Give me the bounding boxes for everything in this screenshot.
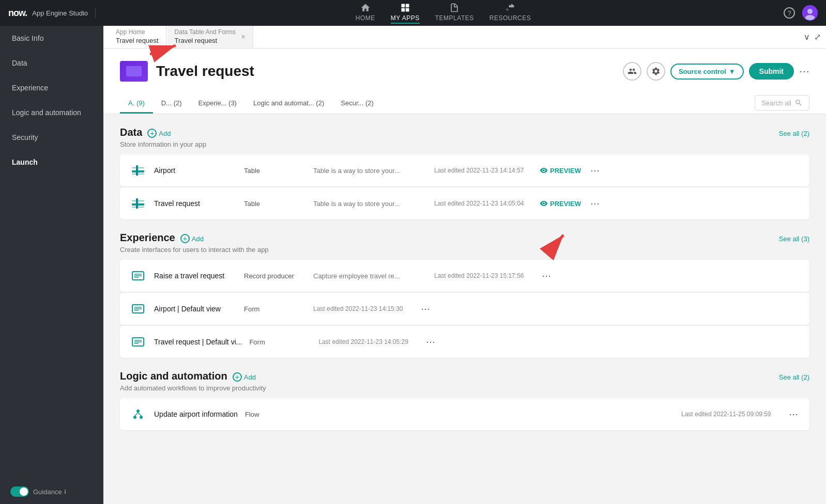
sidebar-item-experience[interactable]: Experience bbox=[0, 75, 103, 100]
raise-travel-type: Record producer bbox=[244, 272, 306, 280]
more-options-button[interactable]: ⋯ bbox=[799, 65, 809, 77]
experience-items-list: Raise a travel request Record producer C… bbox=[120, 260, 809, 358]
experience-section-title: Experience bbox=[120, 232, 175, 244]
tab-data-table-forms[interactable]: Data Table And Forms Travel request ✕ bbox=[167, 26, 254, 48]
sidebar-item-basic-info[interactable]: Basic Info bbox=[0, 26, 103, 51]
travel-form-more-button[interactable]: ⋯ bbox=[424, 336, 437, 348]
guidance-toggle[interactable] bbox=[10, 486, 29, 497]
settings-button[interactable] bbox=[647, 62, 665, 81]
top-navigation: now. App Engine Studio HOME MY APPS TEMP… bbox=[0, 0, 826, 26]
airport-item-type: Table bbox=[244, 167, 306, 175]
travel-form-type: Form bbox=[249, 338, 311, 346]
logic-automation-section: Logic and automation + Add See all (2) A… bbox=[120, 370, 809, 430]
sidebar-item-logic-automation[interactable]: Logic and automation bbox=[0, 100, 103, 125]
tab-expand-button[interactable]: ⤢ bbox=[814, 32, 821, 42]
experience-see-all[interactable]: See all (3) bbox=[779, 235, 809, 243]
section-tab-all[interactable]: A. (9) bbox=[120, 94, 153, 114]
tab-collapse-button[interactable]: ∨ bbox=[804, 32, 810, 42]
airport-item-desc: Table is a way to store your... bbox=[313, 167, 427, 175]
airport-form-more-button[interactable]: ⋯ bbox=[419, 303, 432, 314]
svg-line-27 bbox=[138, 413, 141, 416]
add-circle-icon: + bbox=[233, 372, 242, 382]
sidebar-item-data[interactable]: Data bbox=[0, 51, 103, 75]
tab-forms-sublabel: Travel request bbox=[175, 37, 236, 45]
travel-request-more-button[interactable]: ⋯ bbox=[588, 198, 602, 209]
svg-rect-10 bbox=[136, 198, 138, 209]
main-content: Travel request Source control ▼ Submit bbox=[103, 49, 826, 504]
update-airport-name: Update airport information bbox=[154, 410, 238, 418]
data-see-all[interactable]: See all (2) bbox=[779, 130, 809, 137]
data-section-title: Data bbox=[120, 127, 142, 138]
user-avatar[interactable] bbox=[802, 5, 818, 21]
collaborators-button[interactable] bbox=[623, 62, 641, 81]
section-tab-logic[interactable]: Logic and automat... (2) bbox=[245, 94, 332, 114]
logic-section-header: Logic and automation + Add See all (2) bbox=[120, 370, 809, 382]
airport-form-name: Airport | Default view bbox=[154, 305, 237, 313]
travel-request-item-name: Travel request bbox=[154, 199, 237, 208]
raise-travel-more-button[interactable]: ⋯ bbox=[540, 270, 553, 281]
travel-request-item-desc: Table is a way to store your... bbox=[313, 200, 427, 208]
section-tab-data[interactable]: D... (2) bbox=[153, 94, 190, 114]
tab-bar: App Home Travel request Data Table And F… bbox=[103, 26, 826, 49]
source-control-button[interactable]: Source control ▼ bbox=[670, 64, 744, 80]
tab-close-icon[interactable]: ✕ bbox=[241, 34, 246, 40]
section-tabs: A. (9) D... (2) Experie... (3) Logic and… bbox=[120, 94, 382, 114]
sections-container: Data + Add See all (2) Store information… bbox=[103, 114, 826, 455]
svg-point-23 bbox=[136, 410, 140, 413]
logo-area: now. App Engine Studio bbox=[8, 8, 96, 19]
help-button[interactable]: ? bbox=[784, 7, 795, 19]
nav-home[interactable]: HOME bbox=[356, 3, 375, 24]
travel-request-preview-button[interactable]: PREVIEW bbox=[540, 199, 581, 208]
sidebar-item-launch[interactable]: Launch bbox=[0, 150, 103, 175]
sidebar-item-security[interactable]: Security bbox=[0, 125, 103, 150]
experience-section-header: Experience + Add See all (3) bbox=[120, 232, 809, 244]
section-tab-security[interactable]: Secur... (2) bbox=[332, 94, 382, 114]
app-icon bbox=[120, 61, 148, 82]
experience-add-button[interactable]: + Add bbox=[180, 234, 204, 243]
app-actions: Source control ▼ Submit ⋯ bbox=[623, 62, 809, 81]
top-nav-right: ? bbox=[784, 5, 818, 21]
logic-add-button[interactable]: + Add bbox=[233, 372, 256, 382]
airport-form-type: Form bbox=[244, 305, 306, 313]
tab-app-home[interactable]: App Home Travel request bbox=[109, 26, 166, 48]
raise-travel-icon bbox=[129, 267, 147, 285]
airport-more-button[interactable]: ⋯ bbox=[588, 165, 602, 176]
airport-preview-button[interactable]: PREVIEW bbox=[540, 166, 581, 175]
submit-button[interactable]: Submit bbox=[749, 63, 794, 80]
travel-form-edited: Last edited 2022-11-23 14:05:29 bbox=[318, 338, 417, 345]
tab-forms-label: Data Table And Forms bbox=[175, 28, 236, 37]
guidance-info-icon: ℹ bbox=[64, 489, 66, 495]
content-area: App Home Travel request Data Table And F… bbox=[103, 26, 826, 504]
logic-section-subtitle: Add automated workflows to improve produ… bbox=[120, 384, 809, 392]
add-circle-icon: + bbox=[180, 234, 190, 243]
raise-travel-edited: Last edited 2022-11-23 15:17:56 bbox=[434, 272, 532, 279]
travel-form-icon bbox=[129, 333, 147, 351]
data-section-subtitle: Store information in your app bbox=[120, 140, 809, 148]
app-studio-label: App Engine Studio bbox=[32, 9, 88, 17]
travel-request-item-edited: Last edited 2022-11-23 14:05:04 bbox=[434, 200, 532, 207]
logic-see-all[interactable]: See all (2) bbox=[779, 373, 809, 381]
app-header: Travel request Source control ▼ Submit bbox=[103, 49, 826, 114]
nav-my-apps[interactable]: MY APPS bbox=[391, 3, 420, 24]
source-control-dropdown-icon: ▼ bbox=[729, 68, 736, 75]
search-icon bbox=[794, 99, 803, 107]
app-title-row: Travel request Source control ▼ Submit bbox=[120, 61, 809, 82]
raise-travel-desc: Capture employee travel re... bbox=[313, 272, 427, 280]
nav-resources[interactable]: RESOURCES bbox=[490, 3, 531, 24]
tab-app-home-sublabel: Travel request bbox=[116, 37, 159, 45]
raise-travel-name: Raise a travel request bbox=[154, 272, 237, 280]
svg-point-25 bbox=[140, 416, 143, 419]
data-add-button[interactable]: + Add bbox=[147, 129, 171, 138]
add-circle-icon: + bbox=[147, 129, 157, 138]
airport-icon bbox=[129, 162, 147, 179]
nav-templates[interactable]: TEMPLATES bbox=[435, 3, 474, 24]
section-tab-experience[interactable]: Experie... (3) bbox=[190, 94, 245, 114]
section-search[interactable]: Search all bbox=[755, 95, 809, 111]
data-items-list: Airport Table Table is a way to store yo… bbox=[120, 154, 809, 219]
svg-rect-6 bbox=[136, 165, 138, 176]
update-airport-more-button[interactable]: ⋯ bbox=[787, 408, 800, 420]
flow-icon bbox=[129, 405, 147, 423]
guidance-area: Guidance ℹ bbox=[0, 479, 103, 504]
airport-form-edited: Last edited 2022-11-23 14:15:30 bbox=[313, 305, 411, 312]
airport-item-edited: Last edited 2022-11-23 14:14:57 bbox=[434, 167, 532, 174]
